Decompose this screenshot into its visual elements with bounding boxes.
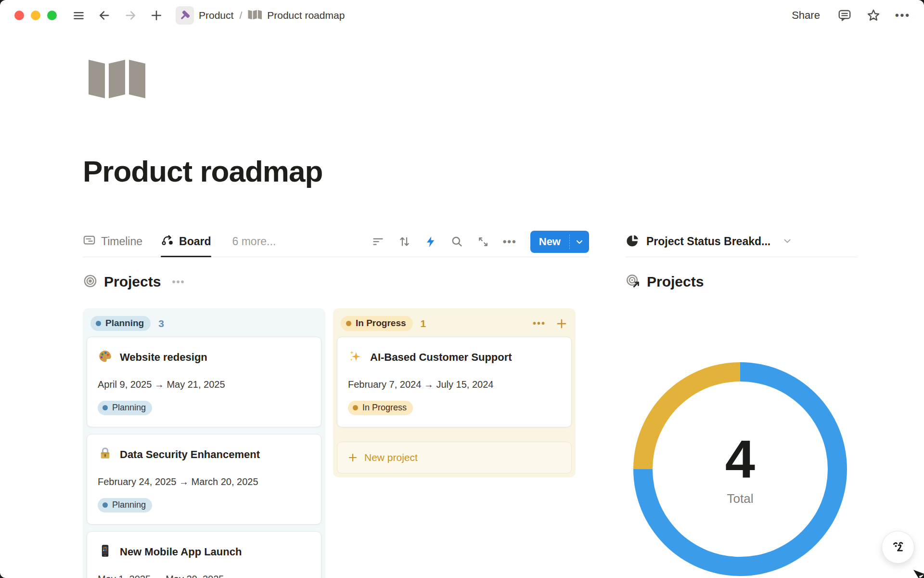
total-label: Total bbox=[727, 491, 754, 506]
ai-face-icon bbox=[888, 538, 908, 557]
view-toolbar: ••• New bbox=[372, 231, 589, 253]
chart-pane: Project Status Breakd... Projects 4 Tota… bbox=[626, 226, 858, 576]
column-count: 1 bbox=[421, 318, 426, 329]
share-button[interactable]: Share bbox=[789, 9, 823, 22]
new-page-icon[interactable] bbox=[150, 9, 163, 22]
expand-icon[interactable] bbox=[477, 236, 489, 248]
favorite-star-icon[interactable] bbox=[866, 8, 881, 23]
hammer-icon bbox=[176, 6, 194, 25]
mouse-cursor bbox=[912, 569, 924, 578]
tab-board[interactable]: Board bbox=[161, 226, 211, 257]
breadcrumb-separator: / bbox=[239, 10, 242, 21]
board-icon bbox=[161, 234, 174, 250]
page-title: Product roadmap bbox=[83, 154, 322, 188]
new-button-chevron-icon[interactable] bbox=[570, 231, 589, 253]
timeline-icon bbox=[83, 234, 96, 250]
card-status-tag: Planning bbox=[98, 498, 152, 512]
sparkles-icon bbox=[348, 349, 363, 366]
view-tabs-row: Timeline Board 6 more... bbox=[83, 226, 589, 257]
column-in-progress-header: In Progress 1 ••• bbox=[337, 312, 572, 337]
lock-icon bbox=[98, 446, 113, 463]
project-card[interactable]: Website redesign April 9, 2025 → May 21,… bbox=[87, 337, 321, 427]
more-icon[interactable]: ••• bbox=[503, 236, 517, 248]
card-status-tag: In Progress bbox=[348, 401, 413, 415]
minimize-window-button[interactable] bbox=[31, 11, 40, 20]
board-columns: Planning 3 Website redesign April 9, 202… bbox=[83, 308, 589, 578]
more-views-button[interactable]: 6 more... bbox=[230, 235, 279, 249]
project-card[interactable]: AI-Based Customer Support February 7, 20… bbox=[337, 337, 572, 427]
back-icon[interactable] bbox=[98, 9, 111, 22]
column-in-progress: In Progress 1 ••• bbox=[333, 308, 576, 477]
window-controls bbox=[14, 11, 57, 20]
chart-selector-button[interactable]: Project Status Breakd... bbox=[646, 235, 770, 248]
card-title: New Mobile App Launch bbox=[120, 546, 242, 558]
board-view-pane: Timeline Board 6 more... bbox=[83, 226, 589, 578]
card-dates: February 7, 2024 → July 15, 2024 bbox=[348, 379, 561, 390]
close-window-button[interactable] bbox=[14, 11, 24, 20]
column-planning: Planning 3 Website redesign April 9, 202… bbox=[83, 308, 325, 578]
mobile-phone-icon bbox=[98, 543, 113, 560]
breadcrumb-teamspace[interactable]: Product bbox=[199, 10, 233, 21]
chart-collection-title: Projects bbox=[647, 274, 704, 290]
status-dot bbox=[96, 321, 101, 326]
new-button-main[interactable]: New bbox=[530, 231, 569, 253]
card-dates: February 24, 2025 → March 20, 2025 bbox=[98, 476, 310, 487]
tab-timeline[interactable]: Timeline bbox=[83, 226, 142, 257]
board-collection-title: Projects bbox=[104, 274, 161, 290]
page-icon-map[interactable] bbox=[88, 56, 147, 102]
filter-icon[interactable] bbox=[372, 235, 385, 248]
collection-more-icon[interactable]: ••• bbox=[172, 276, 185, 288]
project-card[interactable]: New Mobile App Launch May 1, 2025 → May … bbox=[87, 531, 321, 578]
forward-icon[interactable] bbox=[124, 9, 137, 22]
card-title: Data Security Enhancement bbox=[120, 448, 260, 461]
plus-icon bbox=[347, 452, 359, 463]
sidebar-menu-icon[interactable] bbox=[72, 9, 85, 22]
column-more-icon[interactable]: ••• bbox=[533, 318, 546, 329]
more-options-icon[interactable]: ••• bbox=[895, 9, 911, 22]
card-dates: April 9, 2025 → May 21, 2025 bbox=[98, 379, 310, 390]
tab-board-label: Board bbox=[179, 235, 211, 248]
total-value: 4 bbox=[725, 433, 755, 486]
column-count: 3 bbox=[158, 318, 164, 329]
column-planning-header: Planning 3 bbox=[87, 312, 321, 337]
board-collection-header: Projects ••• bbox=[83, 271, 589, 293]
status-badge-planning[interactable]: Planning bbox=[90, 316, 151, 331]
target-icon bbox=[83, 274, 98, 290]
card-title: Website redesign bbox=[120, 351, 207, 364]
status-dot bbox=[346, 321, 351, 326]
status-badge-in-progress[interactable]: In Progress bbox=[341, 316, 413, 331]
target-arrow-icon bbox=[626, 274, 641, 290]
chart-selector-row: Project Status Breakd... bbox=[626, 226, 858, 257]
new-project-button[interactable]: New project bbox=[337, 442, 572, 473]
new-button: New bbox=[530, 231, 589, 253]
tab-timeline-label: Timeline bbox=[101, 235, 142, 248]
card-status-tag: Planning bbox=[98, 401, 152, 415]
topbar: Product / Product roadmap Share ••• bbox=[0, 0, 924, 31]
breadcrumb: Product / Product roadmap bbox=[176, 6, 345, 25]
automation-icon[interactable] bbox=[424, 236, 437, 248]
palette-icon bbox=[98, 349, 113, 366]
column-add-card-icon[interactable] bbox=[555, 317, 568, 330]
zoom-window-button[interactable] bbox=[47, 11, 57, 20]
chart-collection-header: Projects bbox=[626, 271, 858, 293]
project-status-donut-chart[interactable]: 4 Total bbox=[633, 362, 847, 576]
card-title: AI-Based Customer Support bbox=[370, 351, 512, 364]
breadcrumb-page[interactable]: Product roadmap bbox=[267, 10, 345, 21]
search-icon[interactable] bbox=[450, 235, 463, 248]
project-card[interactable]: Data Security Enhancement February 24, 2… bbox=[87, 434, 321, 525]
notion-window: Product / Product roadmap Share ••• Prod… bbox=[0, 0, 924, 578]
card-dates: May 1, 2025 → May 29, 2025 bbox=[98, 574, 310, 578]
map-icon bbox=[248, 8, 262, 23]
donut-center: 4 Total bbox=[633, 362, 847, 576]
comments-icon[interactable] bbox=[837, 8, 852, 23]
chevron-down-icon bbox=[782, 236, 793, 248]
pie-chart-icon bbox=[626, 234, 640, 250]
notion-ai-button[interactable] bbox=[882, 531, 914, 564]
sort-icon[interactable] bbox=[398, 235, 411, 248]
